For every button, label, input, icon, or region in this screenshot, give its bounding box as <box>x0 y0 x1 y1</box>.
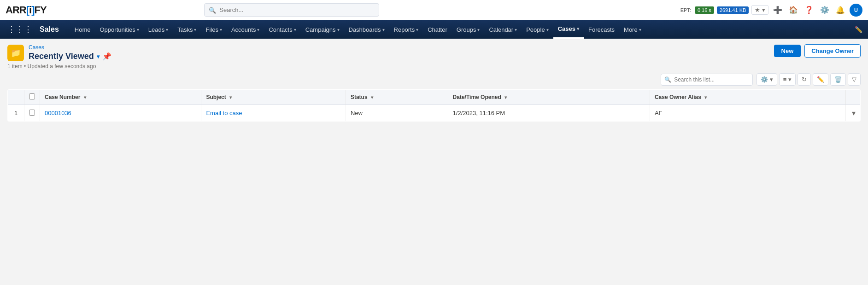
help-button[interactable]: ❓ <box>803 4 815 16</box>
nav-item-contacts[interactable]: Contacts ▾ <box>264 20 300 39</box>
col-label-owner-alias: Case Owner Alias <box>655 94 701 100</box>
chevron-down-icon: ▾ <box>294 27 296 32</box>
col-label-datetime: Date/Time Opened <box>453 94 501 100</box>
notifications-button[interactable]: 🔔 <box>834 4 847 16</box>
cell-row-actions[interactable]: ▾ <box>846 105 861 122</box>
search-list: 🔍 <box>661 74 753 86</box>
list-controls: 🔍 ⚙️ ▾ ≡ ▾ ↻ ✏️ 🗑️ ▽ <box>7 73 861 86</box>
chevron-down-icon: ▾ <box>546 27 549 32</box>
settings-ctrl-button[interactable]: ⚙️ ▾ <box>757 73 777 86</box>
page-icon: 📁 <box>7 45 24 61</box>
nav-item-calendar[interactable]: Calendar ▾ <box>484 20 522 39</box>
nav-item-leads[interactable]: Leads ▾ <box>144 20 173 39</box>
nav-item-people[interactable]: People ▾ <box>522 20 553 39</box>
sort-icon-case-number: ▾ <box>84 95 86 100</box>
chevron-down-icon: ▾ <box>382 27 385 32</box>
page-title-area: Cases Recently Viewed ▾ 📌 <box>29 44 111 61</box>
edit-list-button[interactable]: ✏️ <box>813 73 828 86</box>
chevron-down-icon: ▾ <box>166 27 168 32</box>
title-dropdown-arrow[interactable]: ▾ <box>97 53 100 60</box>
app-name: Sales <box>36 25 63 34</box>
sort-icon-status: ▾ <box>371 95 373 100</box>
ept-value: 0.16 s <box>695 6 714 14</box>
list-meta: 1 item • Updated a few seconds ago <box>7 63 861 70</box>
top-right-area: EPT: 0.16 s 2691.41 KB ★ ▾ ➕ 🏠 ❓ ⚙️ 🔔 U <box>680 4 862 17</box>
col-label-case-number: Case Number <box>45 94 80 100</box>
folder-icon: 📁 <box>11 48 21 58</box>
change-owner-button[interactable]: Change Owner <box>804 44 861 58</box>
cell-datetime-opened: 1/2/2023, 11:16 PM <box>448 105 650 122</box>
salesforce-icon-button[interactable]: 🏠 <box>787 4 800 16</box>
cell-status: New <box>346 105 448 122</box>
page-content: 📁 Cases Recently Viewed ▾ 📌 New Change O… <box>0 39 868 127</box>
breadcrumb[interactable]: Cases <box>29 44 111 51</box>
chevron-down-icon: ▾ <box>337 27 340 32</box>
col-header-subject[interactable]: Subject ▾ <box>201 90 346 105</box>
nav-item-files[interactable]: Files ▾ <box>201 20 226 39</box>
delete-button[interactable]: 🗑️ <box>830 73 846 86</box>
col-checkbox-header[interactable] <box>24 90 40 105</box>
nav-edit-button[interactable]: ✏️ <box>853 24 864 35</box>
chevron-down-icon: ▾ <box>220 27 222 32</box>
nav-item-cases[interactable]: Cases ▾ <box>553 20 584 39</box>
refresh-button[interactable]: ↻ <box>798 73 811 86</box>
col-label-status: Status <box>351 94 368 100</box>
search-list-input[interactable] <box>661 74 753 86</box>
nav-item-reports[interactable]: Reports ▾ <box>389 20 423 39</box>
add-button[interactable]: ➕ <box>771 4 784 16</box>
nav-item-home[interactable]: Home <box>70 20 95 39</box>
nav-bar: ⋮⋮⋮ Sales Home Opportunities ▾ Leads ▾ T… <box>0 20 868 39</box>
settings-button[interactable]: ⚙️ <box>818 4 831 16</box>
data-table: Case Number ▾ Subject ▾ Status ▾ Date/Ti… <box>7 89 861 122</box>
nav-item-chatter[interactable]: Chatter <box>423 20 452 39</box>
app-switcher-button[interactable]: ⋮⋮⋮ <box>4 23 36 36</box>
case-number-link[interactable]: 00001036 <box>45 110 71 116</box>
table-header-row: Case Number ▾ Subject ▾ Status ▾ Date/Ti… <box>8 90 861 105</box>
global-search-input[interactable] <box>204 3 379 17</box>
nav-item-accounts[interactable]: Accounts ▾ <box>227 20 264 39</box>
page-actions: New Change Owner <box>774 44 861 58</box>
nav-item-more[interactable]: More ▾ <box>619 20 646 39</box>
filter-button[interactable]: ▽ <box>848 73 861 86</box>
subject-link[interactable]: Email to case <box>206 110 242 116</box>
page-title: Recently Viewed ▾ 📌 <box>29 52 111 61</box>
select-all-checkbox[interactable] <box>29 93 35 99</box>
chevron-down-icon: ▾ <box>416 27 418 32</box>
sort-icon-subject: ▾ <box>229 95 232 100</box>
pin-icon[interactable]: 📌 <box>102 52 111 61</box>
search-list-icon: 🔍 <box>664 76 671 83</box>
ept-label: EPT: <box>680 7 691 13</box>
col-header-datetime[interactable]: Date/Time Opened ▾ <box>448 90 650 105</box>
chevron-down-icon: ▾ <box>639 27 641 32</box>
row-checkbox-cell[interactable] <box>24 105 40 122</box>
logo: ARR[i]FY <box>6 4 47 16</box>
chevron-down-icon: ▾ <box>257 27 259 32</box>
row-num: 1 <box>8 105 24 122</box>
col-header-status[interactable]: Status ▾ <box>346 90 448 105</box>
cell-case-number: 00001036 <box>40 105 201 122</box>
columns-ctrl-button[interactable]: ≡ ▾ <box>779 73 796 86</box>
cell-owner-alias: AF <box>650 105 845 122</box>
search-icon: 🔍 <box>209 6 216 13</box>
chevron-down-icon: ▾ <box>515 27 517 32</box>
nav-item-dashboards[interactable]: Dashboards ▾ <box>344 20 389 39</box>
avatar[interactable]: U <box>850 4 862 17</box>
chevron-down-icon: ▾ <box>137 27 139 32</box>
kb-value: 2691.41 KB <box>717 6 749 14</box>
top-bar: ARR[i]FY 🔍 EPT: 0.16 s 2691.41 KB ★ ▾ ➕ … <box>0 0 868 20</box>
nav-item-forecasts[interactable]: Forecasts <box>584 20 619 39</box>
favorite-button[interactable]: ★ ▾ <box>751 5 768 15</box>
nav-item-opportunities[interactable]: Opportunities ▾ <box>95 20 144 39</box>
nav-item-groups[interactable]: Groups ▾ <box>452 20 485 39</box>
row-checkbox[interactable] <box>29 110 35 116</box>
col-header-case-number[interactable]: Case Number ▾ <box>40 90 201 105</box>
nav-item-campaigns[interactable]: Campaigns ▾ <box>301 20 344 39</box>
col-header-actions <box>846 90 861 105</box>
col-header-owner-alias[interactable]: Case Owner Alias ▾ <box>650 90 845 105</box>
row-action-button[interactable]: ▾ <box>852 109 856 117</box>
sort-icon-datetime: ▾ <box>504 95 507 100</box>
col-label-subject: Subject <box>206 94 226 100</box>
nav-item-tasks[interactable]: Tasks ▾ <box>173 20 201 39</box>
cell-subject: Email to case <box>201 105 346 122</box>
new-button[interactable]: New <box>774 45 801 57</box>
